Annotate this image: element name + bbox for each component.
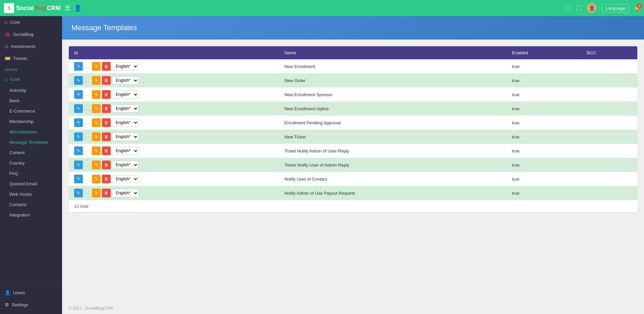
layout: ⌂ Core 🐞 SocialBug ◇ Investments 🎫 Ticke…: [0, 16, 644, 314]
table-cell-id: ✎ ..... ✎ 🗑 English*: [69, 102, 279, 116]
table-cell-enabled: true: [506, 73, 581, 87]
delete-button[interactable]: 🗑: [102, 104, 111, 113]
sidebar-item-label: Core: [10, 77, 20, 82]
table-row: ✎ ..... ✎ 🗑 English* New Enrollmenttrue: [69, 59, 637, 73]
table-cell-id: ✎ ..... ✎ 🗑 English*: [69, 73, 279, 87]
delete-button[interactable]: 🗑: [102, 189, 111, 197]
language-button[interactable]: Language: [602, 4, 629, 12]
row-actions: ✎ ..... ✎ 🗑 English*: [74, 118, 274, 127]
view-button[interactable]: ✎: [74, 161, 83, 169]
delete-button[interactable]: 🗑: [102, 76, 111, 85]
table-cell-name: New Enrollment: [279, 59, 506, 73]
delete-button[interactable]: 🗑: [102, 161, 111, 169]
edit-button[interactable]: ✎: [92, 175, 101, 183]
sidebar-item-settings[interactable]: ⚙ Settings: [0, 299, 62, 311]
sidebar-item-socialbug[interactable]: 🐞 SocialBug: [0, 28, 62, 40]
sidebar-item-core-admin[interactable]: ⌂ Core: [0, 73, 62, 85]
avatar[interactable]: 👤: [587, 3, 597, 13]
sidebar-item-integration[interactable]: Integration: [0, 210, 62, 220]
sidebar-item-message-templates[interactable]: Message Templates: [0, 137, 62, 147]
sidebar-item-tickets[interactable]: 🎫 Tickets: [0, 52, 62, 64]
table-row: ✎ ..... ✎ 🗑 English* Notify User of Cont…: [69, 172, 637, 186]
delete-button[interactable]: 🗑: [102, 90, 111, 99]
sidebar-item-investments[interactable]: ◇ Investments: [0, 40, 62, 52]
sidebar-item-queued-email[interactable]: Queued Email: [0, 179, 62, 189]
view-button[interactable]: ✎: [74, 90, 83, 99]
investments-icon: ◇: [5, 44, 8, 49]
drag-handle: .....: [84, 107, 91, 111]
view-button[interactable]: ✎: [74, 76, 83, 85]
edit-button[interactable]: ✎: [92, 76, 101, 85]
sidebar-item-web-hooks[interactable]: Web Hooks: [0, 189, 62, 199]
col-id: Id: [69, 46, 279, 59]
total-count: 10 total: [74, 204, 89, 209]
drag-handle: .....: [84, 191, 91, 195]
edit-button[interactable]: ✎: [92, 90, 101, 99]
sidebar-item-contacts[interactable]: Contacts: [0, 199, 62, 210]
edit-button[interactable]: ✎: [92, 132, 101, 141]
view-button[interactable]: ✎: [74, 104, 83, 113]
delete-button[interactable]: 🗑: [102, 175, 111, 183]
sidebar-item-ecommerce[interactable]: E-Commerce: [0, 106, 62, 116]
sidebar-item-faq[interactable]: FAQ: [0, 168, 62, 179]
sidebar-item-bank[interactable]: Bank: [0, 96, 62, 106]
language-select[interactable]: English*: [112, 161, 139, 169]
logout-icon[interactable]: ⬚: [566, 5, 571, 11]
view-button[interactable]: ✎: [74, 175, 83, 183]
delete-button[interactable]: 🗑: [102, 146, 111, 155]
delete-button[interactable]: 🗑: [102, 118, 111, 127]
language-select[interactable]: English*: [112, 76, 139, 84]
delete-button[interactable]: 🗑: [102, 62, 111, 71]
sidebar-item-membership[interactable]: Membership: [0, 116, 62, 127]
menu-icon[interactable]: ☰: [65, 4, 70, 12]
edit-button[interactable]: ✎: [92, 189, 101, 197]
view-button[interactable]: ✎: [74, 118, 83, 127]
notification-bell[interactable]: 🔔 0: [634, 5, 640, 11]
edit-button[interactable]: ✎: [92, 62, 101, 71]
table-row: ✎ ..... ✎ 🗑 English* New Ordertrue: [69, 73, 637, 87]
table-cell-id: ✎ ..... ✎ 🗑 English*: [69, 59, 279, 73]
table-cell-bcc: [582, 130, 638, 144]
sidebar-item-autoship[interactable]: Autoship: [0, 85, 62, 96]
language-select[interactable]: English*: [112, 105, 139, 113]
table-cell-bcc: [582, 144, 638, 158]
language-select[interactable]: English*: [112, 90, 139, 99]
table-cell-name: New Order: [279, 73, 506, 87]
sidebar-item-core[interactable]: ⌂ Core: [0, 16, 62, 28]
table-cell-enabled: true: [506, 102, 581, 116]
users-icon: 👤: [5, 290, 10, 295]
language-select[interactable]: English*: [112, 62, 139, 70]
page-title: Message Templates: [71, 23, 635, 32]
user-icon[interactable]: 👤: [74, 4, 82, 12]
table-cell-name: Notify Admin of Use Payout Request: [279, 186, 506, 200]
fullscreen-icon[interactable]: ⛶: [576, 5, 581, 11]
edit-button[interactable]: ✎: [92, 146, 101, 155]
view-button[interactable]: ✎: [74, 132, 83, 141]
language-select[interactable]: English*: [112, 119, 139, 127]
view-button[interactable]: ✎: [74, 62, 83, 71]
table-body: ✎ ..... ✎ 🗑 English* New Enrollmenttrue …: [69, 59, 637, 200]
page-footer: © 2021 - SocialBugCRM: [62, 303, 644, 314]
table-cell-bcc: [582, 73, 638, 87]
sidebar-item-miscellaneous[interactable]: Miscellaneous: [0, 127, 62, 137]
table-cell-enabled: true: [506, 158, 581, 172]
edit-button[interactable]: ✎: [92, 161, 101, 169]
col-enabled: Enabled: [506, 46, 581, 59]
language-select[interactable]: English*: [112, 189, 139, 197]
edit-button[interactable]: ✎: [92, 104, 101, 113]
language-select[interactable]: English*: [112, 147, 139, 155]
sidebar-item-country[interactable]: Country: [0, 158, 62, 168]
sidebar-item-users[interactable]: 👤 Users: [0, 287, 62, 299]
row-actions: ✎ ..... ✎ 🗑 English*: [74, 175, 274, 183]
delete-button[interactable]: 🗑: [102, 132, 111, 141]
sidebar-item-content[interactable]: Content: [0, 147, 62, 158]
table-cell-name: Ticket Notify User of Admin Reply: [279, 158, 506, 172]
language-select[interactable]: English*: [112, 175, 139, 183]
language-select[interactable]: English*: [112, 133, 139, 141]
topbar-left: S SocialBugCRM ☰ 👤: [4, 3, 82, 13]
edit-button[interactable]: ✎: [92, 118, 101, 127]
table-cell-bcc: [582, 186, 638, 200]
view-button[interactable]: ✎: [74, 189, 83, 197]
logo-bug: Bug: [35, 5, 46, 12]
view-button[interactable]: ✎: [74, 146, 83, 155]
